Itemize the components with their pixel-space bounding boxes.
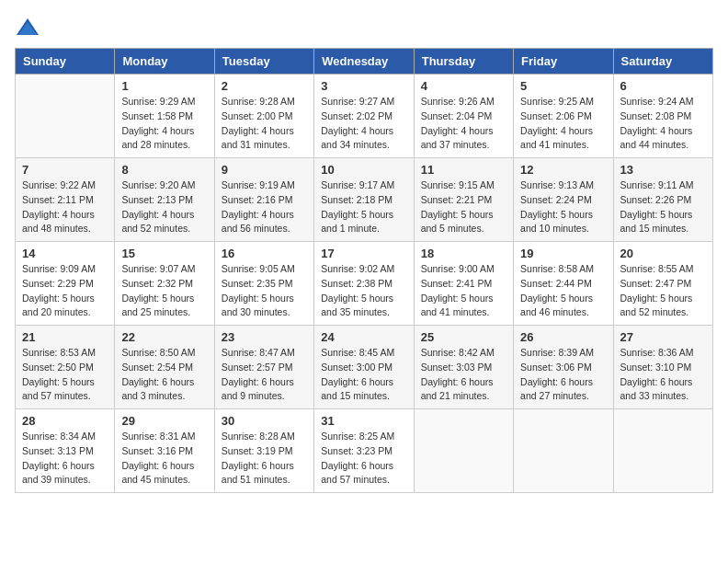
logo-icon: [15, 15, 40, 40]
day-number: 5: [520, 79, 606, 93]
day-info: Sunrise: 9:17 AMSunset: 2:18 PMDaylight:…: [321, 178, 406, 236]
day-info: Sunrise: 9:11 AMSunset: 2:26 PMDaylight:…: [620, 178, 706, 236]
day-number: 19: [520, 247, 606, 260]
day-cell: 3Sunrise: 9:27 AMSunset: 2:02 PMDaylight…: [314, 75, 414, 158]
day-cell: 23Sunrise: 8:47 AMSunset: 2:57 PMDayligh…: [214, 326, 313, 409]
day-info: Sunrise: 9:24 AMSunset: 2:08 PMDaylight:…: [620, 95, 706, 153]
day-number: 13: [620, 163, 706, 177]
day-number: 21: [22, 330, 108, 344]
header-cell-sunday: Sunday: [16, 49, 115, 75]
day-number: 6: [620, 79, 706, 93]
day-number: 30: [222, 414, 307, 428]
header-cell-monday: Monday: [115, 49, 214, 75]
day-cell: 21Sunrise: 8:53 AMSunset: 2:50 PMDayligh…: [16, 326, 115, 409]
day-info: Sunrise: 9:29 AMSunset: 1:58 PMDaylight:…: [121, 95, 207, 153]
page-header: [15, 15, 713, 40]
day-cell: 12Sunrise: 9:13 AMSunset: 2:24 PMDayligh…: [514, 158, 613, 242]
header-row: SundayMondayTuesdayWednesdayThursdayFrid…: [16, 49, 713, 75]
day-number: 22: [121, 330, 207, 344]
day-info: Sunrise: 9:15 AMSunset: 2:21 PMDaylight:…: [421, 178, 506, 236]
day-number: 4: [421, 79, 506, 93]
day-info: Sunrise: 8:42 AMSunset: 3:03 PMDaylight:…: [421, 346, 506, 404]
day-info: Sunrise: 9:28 AMSunset: 2:00 PMDaylight:…: [222, 95, 307, 153]
day-info: Sunrise: 9:07 AMSunset: 2:32 PMDaylight:…: [121, 262, 207, 320]
day-cell: 6Sunrise: 9:24 AMSunset: 2:08 PMDaylight…: [613, 75, 712, 158]
day-cell: [414, 409, 513, 493]
day-number: 16: [222, 247, 307, 260]
week-row-1: 1Sunrise: 9:29 AMSunset: 1:58 PMDaylight…: [16, 75, 713, 158]
day-number: 17: [321, 247, 406, 260]
day-info: Sunrise: 9:00 AMSunset: 2:41 PMDaylight:…: [421, 262, 506, 320]
day-info: Sunrise: 9:02 AMSunset: 2:38 PMDaylight:…: [321, 262, 406, 320]
day-number: 31: [321, 414, 406, 428]
day-number: 25: [421, 330, 506, 344]
day-cell: 10Sunrise: 9:17 AMSunset: 2:18 PMDayligh…: [314, 158, 414, 242]
day-info: Sunrise: 9:22 AMSunset: 2:11 PMDaylight:…: [22, 178, 108, 236]
day-cell: 1Sunrise: 9:29 AMSunset: 1:58 PMDaylight…: [115, 75, 214, 158]
day-info: Sunrise: 8:31 AMSunset: 3:16 PMDaylight:…: [121, 430, 207, 488]
day-info: Sunrise: 9:25 AMSunset: 2:06 PMDaylight:…: [520, 95, 606, 153]
day-cell: 25Sunrise: 8:42 AMSunset: 3:03 PMDayligh…: [414, 326, 513, 409]
week-row-2: 7Sunrise: 9:22 AMSunset: 2:11 PMDaylight…: [16, 158, 713, 242]
day-number: 26: [520, 330, 606, 344]
header-cell-wednesday: Wednesday: [314, 49, 414, 75]
day-cell: 24Sunrise: 8:45 AMSunset: 3:00 PMDayligh…: [314, 326, 414, 409]
week-row-4: 21Sunrise: 8:53 AMSunset: 2:50 PMDayligh…: [16, 326, 713, 409]
day-number: 12: [520, 163, 606, 177]
day-number: 14: [22, 247, 108, 260]
day-info: Sunrise: 9:27 AMSunset: 2:02 PMDaylight:…: [321, 95, 406, 153]
calendar-table: SundayMondayTuesdayWednesdayThursdayFrid…: [15, 48, 713, 493]
day-info: Sunrise: 8:39 AMSunset: 3:06 PMDaylight:…: [520, 346, 606, 404]
header-cell-tuesday: Tuesday: [214, 49, 313, 75]
day-info: Sunrise: 8:47 AMSunset: 2:57 PMDaylight:…: [222, 346, 307, 404]
day-cell: 11Sunrise: 9:15 AMSunset: 2:21 PMDayligh…: [414, 158, 513, 242]
day-cell: [613, 409, 712, 493]
day-number: 10: [321, 163, 406, 177]
day-cell: 15Sunrise: 9:07 AMSunset: 2:32 PMDayligh…: [115, 242, 214, 326]
day-cell: 2Sunrise: 9:28 AMSunset: 2:00 PMDaylight…: [214, 75, 313, 158]
day-info: Sunrise: 8:50 AMSunset: 2:54 PMDaylight:…: [121, 346, 207, 404]
day-info: Sunrise: 8:34 AMSunset: 3:13 PMDaylight:…: [22, 430, 108, 488]
day-cell: 5Sunrise: 9:25 AMSunset: 2:06 PMDaylight…: [514, 75, 613, 158]
day-info: Sunrise: 8:28 AMSunset: 3:19 PMDaylight:…: [222, 430, 307, 488]
day-cell: 16Sunrise: 9:05 AMSunset: 2:35 PMDayligh…: [214, 242, 313, 326]
day-cell: 29Sunrise: 8:31 AMSunset: 3:16 PMDayligh…: [115, 409, 214, 493]
day-cell: 31Sunrise: 8:25 AMSunset: 3:23 PMDayligh…: [314, 409, 414, 493]
day-number: 18: [421, 247, 506, 260]
day-number: 29: [121, 414, 207, 428]
header-cell-friday: Friday: [514, 49, 613, 75]
day-number: 2: [222, 79, 307, 93]
day-cell: 27Sunrise: 8:36 AMSunset: 3:10 PMDayligh…: [613, 326, 712, 409]
day-info: Sunrise: 8:53 AMSunset: 2:50 PMDaylight:…: [22, 346, 108, 404]
calendar-header: SundayMondayTuesdayWednesdayThursdayFrid…: [16, 49, 713, 75]
day-cell: 8Sunrise: 9:20 AMSunset: 2:13 PMDaylight…: [115, 158, 214, 242]
day-info: Sunrise: 8:36 AMSunset: 3:10 PMDaylight:…: [620, 346, 706, 404]
day-number: 20: [620, 247, 706, 260]
day-cell: 7Sunrise: 9:22 AMSunset: 2:11 PMDaylight…: [16, 158, 115, 242]
day-number: 7: [22, 163, 108, 177]
day-info: Sunrise: 9:09 AMSunset: 2:29 PMDaylight:…: [22, 262, 108, 320]
day-cell: 19Sunrise: 8:58 AMSunset: 2:44 PMDayligh…: [514, 242, 613, 326]
day-number: 1: [121, 79, 207, 93]
day-info: Sunrise: 8:55 AMSunset: 2:47 PMDaylight:…: [620, 262, 706, 320]
calendar-body: 1Sunrise: 9:29 AMSunset: 1:58 PMDaylight…: [16, 75, 713, 493]
day-number: 15: [121, 247, 207, 260]
day-info: Sunrise: 9:13 AMSunset: 2:24 PMDaylight:…: [520, 178, 606, 236]
day-info: Sunrise: 8:25 AMSunset: 3:23 PMDaylight:…: [321, 430, 406, 488]
day-cell: 20Sunrise: 8:55 AMSunset: 2:47 PMDayligh…: [613, 242, 712, 326]
day-number: 11: [421, 163, 506, 177]
day-number: 23: [222, 330, 307, 344]
week-row-3: 14Sunrise: 9:09 AMSunset: 2:29 PMDayligh…: [16, 242, 713, 326]
day-number: 27: [620, 330, 706, 344]
day-number: 8: [121, 163, 207, 177]
day-cell: 14Sunrise: 9:09 AMSunset: 2:29 PMDayligh…: [16, 242, 115, 326]
header-cell-thursday: Thursday: [414, 49, 513, 75]
header-cell-saturday: Saturday: [613, 49, 712, 75]
day-cell: 17Sunrise: 9:02 AMSunset: 2:38 PMDayligh…: [314, 242, 414, 326]
day-info: Sunrise: 9:26 AMSunset: 2:04 PMDaylight:…: [421, 95, 506, 153]
day-cell: 13Sunrise: 9:11 AMSunset: 2:26 PMDayligh…: [613, 158, 712, 242]
day-info: Sunrise: 9:05 AMSunset: 2:35 PMDaylight:…: [222, 262, 307, 320]
day-info: Sunrise: 9:19 AMSunset: 2:16 PMDaylight:…: [222, 178, 307, 236]
day-info: Sunrise: 8:58 AMSunset: 2:44 PMDaylight:…: [520, 262, 606, 320]
day-number: 28: [22, 414, 108, 428]
